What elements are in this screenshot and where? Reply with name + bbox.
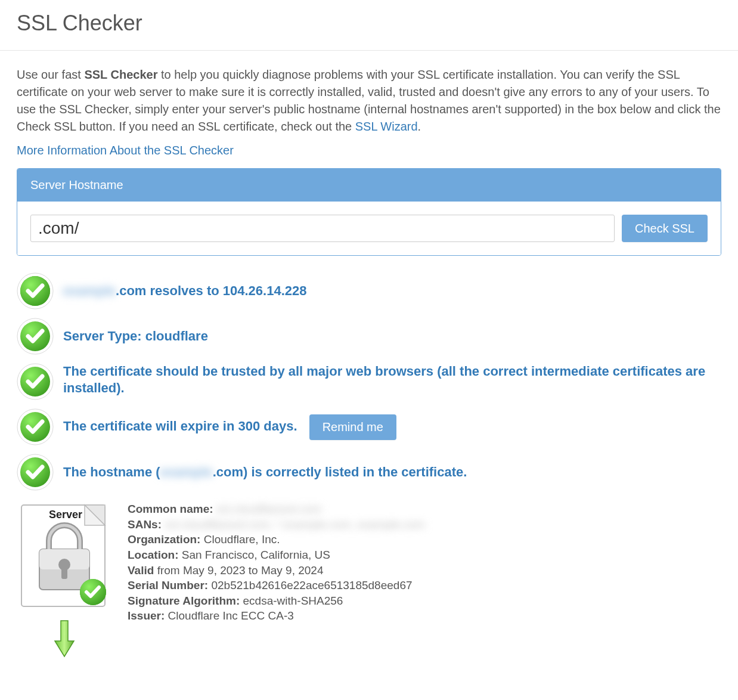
more-info-link[interactable]: More Information About the SSL Checker [17,144,234,157]
check-success-icon [17,318,54,355]
cert-org-value: Cloudflare, Inc. [200,533,280,546]
remind-me-button[interactable]: Remind me [309,414,396,440]
arrow-down-icon [52,620,76,660]
page-title: SSL Checker [17,11,721,36]
svg-rect-16 [61,566,67,579]
check-row-resolve: example.com resolves to 104.26.14.228 [17,272,721,309]
certificate-details: Common name: sni.cloudflaressl.com SANs:… [128,501,424,624]
ssl-wizard-link[interactable]: SSL Wizard [355,120,418,133]
check-success-icon [17,363,54,400]
hostname-input[interactable] [30,215,615,242]
server-cert-icon: Server [18,501,111,611]
cert-sans-label: SANs: [128,518,162,531]
intro-paragraph: Use our fast SSL Checker to help you qui… [17,66,721,135]
check-trusted-text: The certificate should be trusted by all… [63,363,721,396]
check-resolve-text: example.com resolves to 104.26.14.228 [63,283,307,299]
cert-loc-label: Location: [128,549,179,561]
cert-cn-value: sni.cloudflaressl.com [216,503,321,515]
panel-heading: Server Hostname [17,169,721,202]
check-row-server-type: Server Type: cloudflare [17,318,721,355]
cert-valid-value: from May 9, 2023 to May 9, 2024 [154,564,323,577]
intro-period: . [418,120,421,133]
check-expiry-msg: The certificate will expire in 300 days. [63,419,297,433]
check-row-hostname: The hostname (example.com) is correctly … [17,454,721,491]
cert-sigalg-value: ecdsa-with-SHA256 [240,594,343,607]
check-row-trusted: The certificate should be trusted by all… [17,363,721,400]
check-hostname-text: The hostname (example.com) is correctly … [63,464,467,481]
cert-sans-value: sni.cloudflaressl.com, *.example.com, ex… [165,518,424,531]
check-row-expiry: The certificate will expire in 300 days.… [17,408,721,445]
intro-prefix: Use our fast [17,68,84,81]
cert-issuer-label: Issuer: [128,609,165,622]
check-hostname-pre: The hostname ( [63,464,160,479]
check-expiry-text: The certificate will expire in 300 days.… [63,414,396,440]
cert-serial-label: Serial Number: [128,579,208,591]
check-resolve-hidden: example [63,283,116,298]
check-ssl-button[interactable]: Check SSL [622,215,708,242]
check-success-icon [17,272,54,309]
check-success-icon [17,454,54,491]
cert-cn-label: Common name: [128,503,213,515]
certificate-details-block: Server [17,501,721,660]
check-hostname-post: .com) is correctly listed in the certifi… [213,464,467,479]
cert-serial-value: 02b521b42616e22ace6513185d8eed67 [208,579,412,591]
check-server-type-text: Server Type: cloudflare [63,328,208,345]
cert-loc-value: San Francisco, California, US [179,549,331,561]
cert-org-label: Organization: [128,533,200,546]
cert-sigalg-label: Signature Algorithm: [128,594,240,607]
hostname-panel: Server Hostname Check SSL [17,168,721,256]
cert-valid-label: Valid [128,564,154,577]
intro-strong: SSL Checker [84,68,157,81]
results-section: example.com resolves to 104.26.14.228 Se… [17,272,721,660]
svg-text:Server: Server [49,509,82,521]
cert-issuer-value: Cloudflare Inc ECC CA-3 [165,609,293,622]
check-resolve-suffix: .com resolves to 104.26.14.228 [116,283,306,298]
check-success-icon [17,408,54,445]
check-hostname-hidden: example [160,464,213,479]
